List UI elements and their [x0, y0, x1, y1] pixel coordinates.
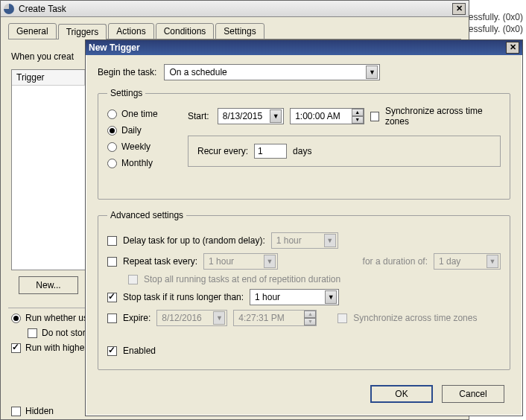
do-not-store-checkbox[interactable] [28, 328, 37, 338]
settings-legend: Settings [107, 88, 145, 98]
expire-checkbox[interactable] [107, 314, 117, 323]
radio-one-time-label: One time [121, 109, 158, 119]
enabled-label: Enabled [123, 346, 156, 356]
close-icon[interactable]: ✕ [506, 42, 519, 54]
recur-box: Recur every: 1 days [188, 136, 501, 167]
settings-group: Settings One time Daily Weekly [98, 88, 510, 200]
hidden-checkbox[interactable] [11, 407, 21, 416]
repeat-task-checkbox[interactable] [107, 257, 117, 267]
spin-down-icon[interactable]: ▼ [352, 116, 364, 124]
stop-if-longer-value: 1 hour [255, 292, 280, 302]
close-icon[interactable]: ✕ [452, 3, 466, 15]
stop-all-checkbox [128, 275, 138, 284]
new-trigger-window: New Trigger ✕ Begin the task: On a sched… [85, 39, 523, 416]
radio-one-time[interactable]: One time [107, 109, 174, 119]
radio-weekly[interactable]: Weekly [107, 141, 174, 152]
expire-time-value: 4:27:31 PM [238, 313, 284, 323]
time-spinner[interactable]: ▲ ▼ [352, 109, 364, 124]
advanced-settings-group: Advanced settings Delay task for up to (… [98, 210, 510, 370]
radio-weekly-label: Weekly [121, 141, 150, 152]
begin-task-label: Begin the task: [98, 67, 156, 77]
trigger-grid[interactable]: Trigger [11, 69, 86, 270]
spin-up-icon[interactable]: ▲ [352, 109, 364, 116]
expire-time-input: 4:27:31 PM ▲ ▼ [233, 310, 317, 326]
chevron-down-icon: ▼ [324, 234, 336, 247]
chevron-down-icon: ▼ [366, 66, 378, 79]
repeat-task-label: Repeat task every: [123, 256, 197, 267]
recur-value-input[interactable]: 1 [254, 144, 287, 159]
trigger-grid-header[interactable]: Trigger [12, 70, 85, 86]
run-whether-label: Run whether use [25, 313, 93, 323]
bg-status-text-1: essfully. (0x0) [469, 12, 523, 22]
run-highest-checkbox[interactable] [11, 343, 21, 353]
recur-value: 1 [258, 146, 263, 156]
bg-status-text-2: essfully. (0x0) [469, 24, 523, 34]
run-whether-radio[interactable] [11, 314, 21, 323]
chevron-down-icon: ▼ [213, 311, 225, 325]
sync-timezone-checkbox[interactable] [370, 112, 379, 121]
tab-conditions[interactable]: Conditions [156, 23, 215, 39]
cancel-button[interactable]: Cancel [442, 385, 504, 403]
schedule-frequency-radios: One time Daily Weekly Monthly [107, 106, 174, 168]
stop-if-longer-label: Stop task if it runs longer than: [123, 292, 244, 302]
expire-label: Expire: [123, 313, 150, 323]
recur-label: Recur every: [197, 146, 248, 156]
radio-daily-label: Daily [121, 125, 142, 136]
radio-monthly[interactable]: Monthly [107, 158, 174, 168]
delay-value: 1 hour [276, 235, 302, 246]
repeat-value-select: 1 hour ▼ [203, 253, 278, 270]
app-icon [4, 4, 14, 14]
new-trigger-title: New Trigger [89, 42, 506, 53]
stop-all-label: Stop all running tasks at end of repetit… [144, 274, 340, 284]
chevron-down-icon: ▼ [325, 290, 337, 304]
time-spinner: ▲ ▼ [304, 311, 316, 325]
create-task-title: Create Task [19, 4, 452, 14]
expire-sync-label: Synchronize across time zones [353, 313, 477, 323]
stop-if-longer-select[interactable]: 1 hour ▼ [250, 289, 339, 305]
duration-value-select: 1 day ▼ [434, 253, 501, 270]
chevron-down-icon: ▼ [487, 255, 498, 268]
dialog-buttons: OK Cancel [98, 381, 510, 406]
stop-if-longer-checkbox[interactable] [107, 293, 117, 302]
spin-down-icon: ▼ [304, 318, 316, 325]
enabled-checkbox[interactable] [107, 346, 117, 356]
sync-timezone-label: Synchronize across time zones [385, 106, 501, 127]
start-date-input[interactable]: 8/13/2015 ▼ [218, 108, 284, 124]
tab-triggers[interactable]: Triggers [58, 24, 107, 40]
create-task-titlebar[interactable]: Create Task ✕ [1, 1, 469, 17]
advanced-legend: Advanced settings [107, 210, 186, 220]
start-time-input[interactable]: 1:00:00 AM ▲ ▼ [290, 108, 364, 124]
new-trigger-titlebar[interactable]: New Trigger ✕ [86, 40, 522, 55]
hidden-label: Hidden [25, 406, 54, 416]
radio-daily[interactable]: Daily [107, 125, 174, 136]
spin-up-icon: ▲ [304, 311, 316, 318]
expire-sync-checkbox [338, 314, 347, 323]
delay-task-checkbox[interactable] [107, 236, 117, 246]
expire-date-input: 8/12/2016 ▼ [156, 310, 227, 326]
tab-settings[interactable]: Settings [215, 23, 264, 39]
run-highest-label: Run with highes [25, 343, 89, 353]
begin-task-select[interactable]: On a schedule ▼ [164, 64, 380, 80]
chevron-down-icon: ▼ [270, 109, 282, 123]
start-date-value: 8/13/2015 [223, 111, 262, 121]
tab-general[interactable]: General [8, 23, 57, 39]
duration-label: for a duration of: [363, 256, 428, 267]
tab-actions[interactable]: Actions [108, 23, 153, 39]
delay-task-label: Delay task for up to (random delay): [123, 235, 265, 246]
chevron-down-icon: ▼ [264, 255, 276, 268]
new-trigger-button[interactable]: New... [19, 276, 78, 294]
expire-date-value: 8/12/2016 [162, 313, 201, 323]
do-not-store-label: Do not store [42, 328, 90, 338]
begin-task-value: On a schedule [169, 67, 226, 77]
delay-value-select: 1 hour ▼ [271, 232, 338, 249]
ok-button[interactable]: OK [370, 385, 433, 403]
repeat-value: 1 hour [209, 256, 234, 267]
create-task-tabs: General Triggers Actions Conditions Sett… [1, 17, 469, 39]
start-label: Start: [188, 111, 212, 121]
start-time-value: 1:00:00 AM [295, 111, 340, 121]
recur-unit: days [293, 146, 311, 156]
radio-monthly-label: Monthly [121, 158, 153, 168]
duration-value: 1 day [439, 256, 460, 267]
